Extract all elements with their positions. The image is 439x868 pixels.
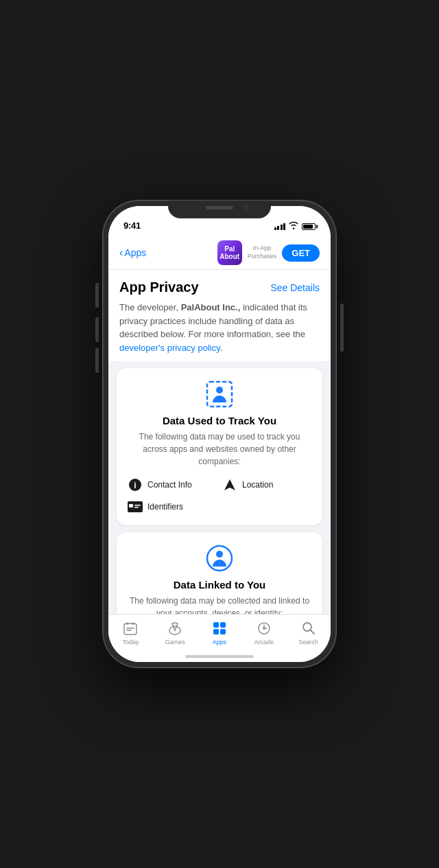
tab-games[interactable]: Games bbox=[157, 620, 193, 646]
apps-icon bbox=[211, 620, 228, 637]
tab-arcade[interactable]: Arcade bbox=[246, 620, 282, 646]
svg-rect-7 bbox=[134, 505, 141, 506]
linked-icon bbox=[128, 543, 311, 573]
home-bar bbox=[185, 655, 254, 658]
navigation-bar: ‹ Apps PalAbout In-AppPurchases GET bbox=[108, 235, 331, 270]
signal-icon bbox=[274, 223, 286, 230]
svg-point-10 bbox=[216, 551, 223, 558]
svg-text:i: i bbox=[134, 481, 136, 490]
svg-rect-0 bbox=[207, 382, 232, 407]
location-label: Location bbox=[242, 480, 273, 490]
app-icon: PalAbout bbox=[217, 240, 242, 265]
svg-rect-31 bbox=[213, 622, 219, 628]
app-info: PalAbout In-AppPurchases GET bbox=[217, 240, 320, 265]
search-icon bbox=[300, 620, 317, 637]
svg-rect-33 bbox=[213, 629, 219, 635]
svg-point-36 bbox=[263, 627, 265, 630]
games-icon bbox=[167, 620, 183, 637]
status-time: 9:41 bbox=[123, 220, 141, 231]
phone-frame: 9:41 bbox=[103, 201, 336, 667]
battery-icon bbox=[302, 223, 316, 230]
track-card-desc: The following data may be used to track … bbox=[128, 431, 311, 468]
front-camera bbox=[244, 205, 249, 211]
privacy-policy-link[interactable]: developer's privacy policy bbox=[119, 343, 220, 353]
page-header: App Privacy See Details The developer, P… bbox=[108, 270, 331, 361]
tab-today[interactable]: Today bbox=[112, 620, 148, 646]
linked-to-you-card: Data Linked to You The following data ma… bbox=[117, 532, 322, 614]
linked-card-desc: The following data may be collected and … bbox=[128, 595, 311, 614]
arcade-icon bbox=[256, 620, 272, 637]
notch bbox=[168, 201, 271, 218]
svg-rect-26 bbox=[127, 622, 128, 625]
back-label: Apps bbox=[124, 247, 146, 258]
status-icons bbox=[274, 222, 316, 231]
list-item: Identifiers bbox=[128, 499, 217, 514]
today-tab-label: Today bbox=[122, 639, 139, 646]
see-details-link[interactable]: See Details bbox=[270, 282, 320, 293]
apps-tab-label: Apps bbox=[213, 639, 227, 646]
tab-search[interactable]: Search bbox=[291, 620, 327, 646]
page-title: App Privacy bbox=[119, 279, 199, 295]
svg-rect-34 bbox=[220, 629, 226, 635]
identifiers-label: Identifiers bbox=[147, 502, 183, 512]
location-arrow-icon bbox=[222, 477, 237, 492]
wifi-icon bbox=[289, 222, 298, 231]
contact-info-label: Contact Info bbox=[147, 480, 192, 490]
back-button[interactable]: ‹ Apps bbox=[119, 247, 146, 258]
svg-rect-6 bbox=[129, 504, 133, 507]
back-chevron-icon: ‹ bbox=[119, 247, 123, 258]
tab-bar: Today Games bbox=[108, 614, 331, 652]
list-item: Location bbox=[222, 477, 311, 492]
svg-rect-8 bbox=[134, 507, 139, 508]
track-data-items: i Contact Info Location bbox=[128, 477, 311, 514]
svg-marker-4 bbox=[224, 479, 235, 490]
arcade-tab-label: Arcade bbox=[254, 639, 274, 646]
svg-rect-28 bbox=[126, 628, 134, 629]
svg-rect-27 bbox=[132, 622, 134, 625]
privacy-description: The developer, PalAbout Inc., indicated … bbox=[119, 301, 320, 354]
svg-point-1 bbox=[216, 387, 223, 393]
svg-point-37 bbox=[303, 623, 311, 631]
speaker bbox=[206, 206, 233, 209]
svg-rect-32 bbox=[220, 622, 226, 628]
phone-screen: 9:41 bbox=[108, 206, 331, 662]
track-card-title: Data Used to Track You bbox=[128, 415, 311, 426]
svg-rect-29 bbox=[126, 630, 132, 631]
track-you-card: Data Used to Track You The following dat… bbox=[117, 368, 322, 525]
track-icon bbox=[128, 379, 311, 409]
id-card-icon bbox=[128, 499, 143, 514]
svg-line-38 bbox=[311, 630, 314, 634]
today-icon bbox=[122, 620, 139, 637]
page-title-row: App Privacy See Details bbox=[119, 279, 320, 295]
main-content[interactable]: App Privacy See Details The developer, P… bbox=[108, 270, 331, 614]
linked-card-title: Data Linked to You bbox=[128, 579, 311, 591]
list-item: i Contact Info bbox=[128, 477, 217, 492]
get-button[interactable]: GET bbox=[282, 244, 320, 262]
svg-rect-25 bbox=[124, 624, 137, 635]
games-tab-label: Games bbox=[165, 639, 185, 646]
home-indicator bbox=[108, 652, 331, 662]
in-app-purchases-label: In-AppPurchases bbox=[248, 244, 277, 260]
tab-apps[interactable]: Apps bbox=[202, 620, 237, 646]
svg-point-9 bbox=[207, 546, 232, 571]
info-circle-icon: i bbox=[128, 477, 143, 492]
search-tab-label: Search bbox=[298, 639, 318, 646]
